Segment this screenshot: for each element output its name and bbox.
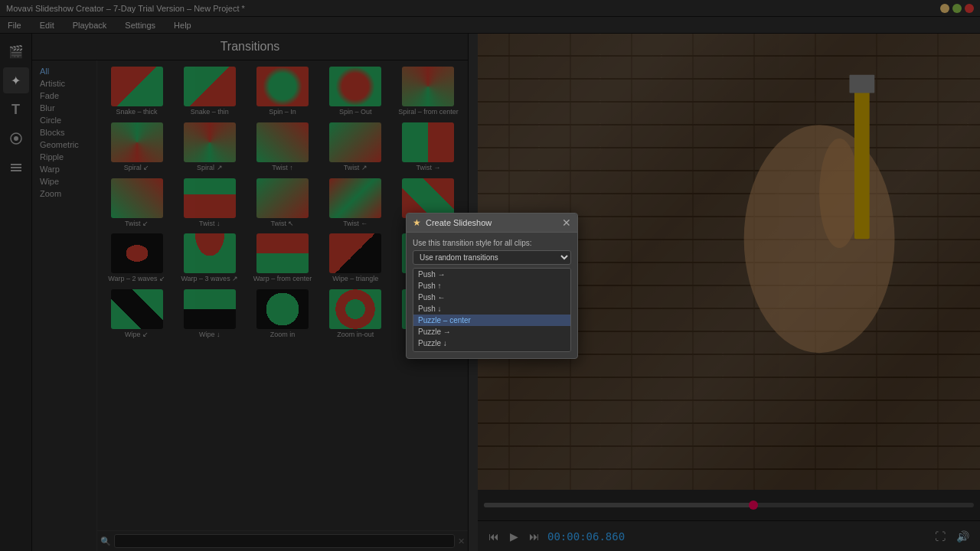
menu-file[interactable]: File <box>3 19 26 31</box>
effects-icon[interactable] <box>3 126 29 152</box>
cat-zoom[interactable]: Zoom <box>35 187 93 200</box>
progress-fill <box>484 503 753 507</box>
list-item-puzzle-down[interactable]: Puzzle ↓ <box>413 337 570 349</box>
transition-twist-sw[interactable]: Twist ↙ <box>102 177 172 230</box>
menu-bar: File Edit Playback Settings Help <box>0 17 980 34</box>
window-controls <box>940 4 974 13</box>
menu-help[interactable]: Help <box>169 19 196 31</box>
fast-forward-button[interactable]: ⏭ <box>526 529 543 544</box>
dialog-icon: ★ <box>413 217 421 228</box>
transition-list[interactable]: Push → Push ↑ Push ← Push ↓ Puzzle – cen… <box>413 268 571 352</box>
progress-bar[interactable] <box>484 503 974 507</box>
transition-spin-in[interactable]: Spin – In <box>247 65 317 118</box>
play-button[interactable]: ▶ <box>507 529 521 544</box>
cat-ripple[interactable]: Ripple <box>35 151 93 163</box>
cat-geometric[interactable]: Geometric <box>35 139 93 151</box>
list-item-puzzle-left[interactable]: Puzzle ← <box>413 349 570 352</box>
menu-edit[interactable]: Edit <box>35 19 59 31</box>
list-item-puzzle-center[interactable]: Puzzle – center <box>413 315 570 326</box>
dialog-title-bar: ★ Create Slideshow ✕ <box>407 214 577 233</box>
time-display: 00:00:06.860 <box>547 530 625 543</box>
svg-point-10 <box>819 139 859 248</box>
search-input[interactable] <box>114 534 455 548</box>
svg-point-1 <box>14 136 18 141</box>
transition-wipe-tri[interactable]: Wipe – triangle <box>321 232 390 285</box>
transition-warp3[interactable]: Warp – 3 waves ↗ <box>175 232 244 285</box>
playback-controls: ⏮ ▶ ⏭ 00:00:06.860 ⛶ 🔊 <box>478 520 980 551</box>
transition-twist-nw[interactable]: Twist ↖ <box>247 177 317 230</box>
transitions-search: 🔍 ✕ <box>97 530 468 551</box>
svg-point-9 <box>744 125 895 353</box>
transition-twist-down[interactable]: Twist ↓ <box>175 177 244 230</box>
transition-warp-center[interactable]: Warp – from center <box>247 232 317 285</box>
list-item-push-left[interactable]: Push ← <box>413 292 570 303</box>
clear-search-icon[interactable]: ✕ <box>458 536 465 546</box>
transition-wipe-down[interactable]: Wipe ↓ <box>175 288 244 341</box>
maximize-btn[interactable] <box>952 4 962 13</box>
dialog-title: Create Slideshow <box>426 218 557 227</box>
left-sidebar: 🎬 ✦ T <box>0 34 32 551</box>
svg-rect-11 <box>854 80 870 240</box>
overlays-icon[interactable] <box>3 155 29 181</box>
transition-snake-thin[interactable]: Snake – thin <box>175 65 244 118</box>
media-icon[interactable]: 🎬 <box>3 38 29 64</box>
transition-snake-thick[interactable]: Snake – thick <box>102 65 172 118</box>
list-item-puzzle-right[interactable]: Puzzle → <box>413 326 570 337</box>
dialog-close-button[interactable]: ✕ <box>562 217 571 228</box>
cat-blocks[interactable]: Blocks <box>35 126 93 139</box>
transition-twist-up[interactable]: Twist ↑ <box>247 121 317 174</box>
svg-rect-4 <box>11 170 21 171</box>
close-btn[interactable] <box>965 4 974 13</box>
transition-spiral1[interactable]: Spiral ↙ <box>102 121 172 174</box>
transition-warp2[interactable]: Warp – 2 waves ↙ <box>102 232 172 285</box>
transition-zoom-inout[interactable]: Zoom in-out <box>321 288 390 341</box>
list-item-push-right[interactable]: Push → <box>413 269 570 280</box>
title-bar: Movavi Slideshow Creator – 7-Day Trial V… <box>0 0 980 17</box>
cat-wipe[interactable]: Wipe <box>35 175 93 187</box>
transition-twist-right[interactable]: Twist → <box>394 121 463 174</box>
transition-twist-ne[interactable]: Twist ↗ <box>321 121 390 174</box>
cat-all[interactable]: All <box>35 65 93 77</box>
transition-style-dropdown[interactable]: Use random transitions <box>413 250 571 265</box>
transitions-categories: All Artistic Fade Blur Circle Blocks Geo… <box>32 60 97 551</box>
svg-rect-2 <box>11 164 21 165</box>
menu-settings[interactable]: Settings <box>120 19 160 31</box>
playback-row <box>478 490 980 520</box>
menu-playback[interactable]: Playback <box>68 19 112 31</box>
rewind-start-button[interactable]: ⏮ <box>485 529 502 544</box>
transition-spiral-center[interactable]: Spiral – from center <box>394 65 463 118</box>
fullscreen-button[interactable]: ⛶ <box>932 529 949 544</box>
transition-zoom-in[interactable]: Zoom in <box>247 288 317 341</box>
svg-rect-3 <box>11 167 21 168</box>
transitions-body: All Artistic Fade Blur Circle Blocks Geo… <box>32 60 468 551</box>
search-icon: 🔍 <box>100 536 111 546</box>
transition-spiral2[interactable]: Spiral ↗ <box>175 121 244 174</box>
transition-wipe-sw[interactable]: Wipe ↙ <box>102 288 172 341</box>
cat-fade[interactable]: Fade <box>35 90 93 102</box>
cat-artistic[interactable]: Artistic <box>35 77 93 90</box>
dialog-label: Use this transition style for all clips: <box>413 239 571 247</box>
titles-icon[interactable]: T <box>3 96 29 122</box>
cat-circle[interactable]: Circle <box>35 114 93 126</box>
list-item-push-up[interactable]: Push ↑ <box>413 280 570 292</box>
cat-blur[interactable]: Blur <box>35 102 93 114</box>
create-slideshow-dialog: ★ Create Slideshow ✕ Use this transition… <box>406 213 578 359</box>
transition-spin-out[interactable]: Spin – Out <box>321 65 390 118</box>
transitions-title: Transitions <box>32 34 468 60</box>
cat-warp[interactable]: Warp <box>35 163 93 175</box>
app-title: Movavi Slideshow Creator – 7-Day Trial V… <box>6 4 940 13</box>
list-item-push-down[interactable]: Push ↓ <box>413 303 570 315</box>
minimize-btn[interactable] <box>940 4 949 13</box>
dialog-body: Use this transition style for all clips:… <box>407 233 577 358</box>
progress-handle[interactable] <box>749 500 758 510</box>
transitions-panel: Transitions All Artistic Fade Blur Circl… <box>32 34 469 551</box>
transition-twist-left[interactable]: Twist ← <box>321 177 390 230</box>
transitions-icon[interactable]: ✦ <box>3 67 29 93</box>
volume-button[interactable]: 🔊 <box>953 529 972 544</box>
svg-rect-12 <box>849 75 874 93</box>
